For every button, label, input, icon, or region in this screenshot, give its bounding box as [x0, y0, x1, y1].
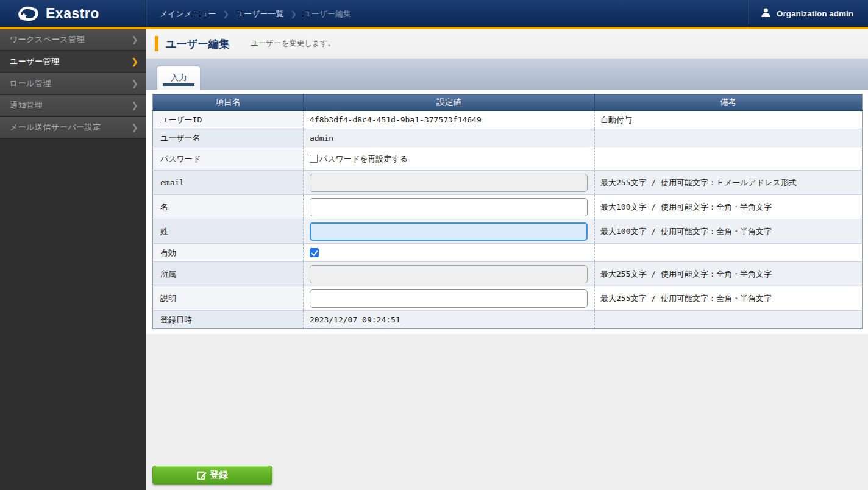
row-remark: 最大255文字 / 使用可能文字：全角・半角文字	[595, 262, 863, 286]
readonly-value: 4f8b3df4-d8c4-451d-9ba1-377573f14649	[310, 115, 482, 124]
breadcrumb-item[interactable]: ユーザー一覧	[236, 9, 284, 18]
main-content: ユーザー編集 ユーザーを変更します。 入力 項目名 設定値 備考	[146, 29, 868, 490]
tab-bar: 入力	[146, 59, 868, 90]
row-label: ユーザー名	[153, 129, 304, 147]
edit-pencil-icon	[197, 470, 207, 480]
row-remark	[595, 147, 863, 171]
sidebar-item[interactable]: ユーザー管理❯	[0, 51, 146, 73]
form-table: 項目名 設定値 備考 ユーザーID4f8b3df4-d8c4-451d-9ba1…	[152, 94, 863, 329]
table-row: パスワードパスワードを再設定する	[153, 147, 863, 171]
row-remark	[595, 311, 863, 329]
page-subtitle: ユーザーを変更します。	[251, 38, 335, 49]
sidebar-menu: ワークスペース管理❯ユーザー管理❯ロール管理❯通知管理❯メール送信サーバー設定❯	[0, 29, 146, 139]
account-menu[interactable]: Organization admin	[749, 0, 868, 27]
row-value-cell	[304, 195, 595, 219]
table-header-row: 項目名 設定値 備考	[153, 94, 863, 111]
tab-active-underline	[163, 83, 194, 86]
table-row: ユーザーID4f8b3df4-d8c4-451d-9ba1-377573f146…	[153, 111, 863, 129]
chevron-right-icon: ❯	[132, 101, 138, 110]
sidebar-item[interactable]: 通知管理❯	[0, 95, 146, 117]
chevron-right-icon: ❯	[132, 122, 138, 132]
sidebar-item-label: 通知管理	[10, 100, 43, 111]
row-value-cell	[304, 244, 595, 262]
row-value-cell: admin	[304, 129, 595, 147]
table-row: email最大255文字 / 使用可能文字：Ｅメールアドレス形式	[153, 171, 863, 195]
readonly-value: admin	[310, 133, 333, 143]
table-row: ユーザー名admin	[153, 129, 863, 147]
row-value-cell: パスワードを再設定する	[304, 147, 595, 171]
app-window: Exastro メインメニュー❯ユーザー一覧❯ユーザー編集 Organizati…	[0, 0, 868, 490]
breadcrumb-item[interactable]: メインメニュー	[160, 9, 216, 18]
text-input[interactable]	[310, 198, 588, 216]
action-bar: 登録	[146, 466, 868, 490]
user-name: Organization admin	[777, 9, 853, 18]
row-remark: 最大100文字 / 使用可能文字：全角・半角文字	[595, 195, 863, 219]
row-remark: 自動付与	[595, 111, 863, 129]
row-label: 所属	[153, 262, 304, 286]
chevron-right-icon: ❯	[132, 57, 138, 66]
row-value-cell: 4f8b3df4-d8c4-451d-9ba1-377573f14649	[304, 111, 595, 129]
sidebar-item[interactable]: ロール管理❯	[0, 73, 146, 95]
table-row: 姓最大100文字 / 使用可能文字：全角・半角文字	[153, 219, 863, 244]
breadcrumb-area: メインメニュー❯ユーザー一覧❯ユーザー編集	[146, 0, 749, 27]
table-row: 有効	[153, 244, 863, 262]
page-header: ユーザー編集 ユーザーを変更します。	[146, 29, 868, 59]
logo-text: Exastro	[46, 5, 99, 22]
tab-input[interactable]: 入力	[157, 66, 200, 90]
form-table-body: ユーザーID4f8b3df4-d8c4-451d-9ba1-377573f146…	[153, 111, 863, 329]
logo[interactable]: Exastro	[0, 0, 146, 27]
text-input	[310, 174, 588, 192]
row-label: パスワード	[153, 147, 304, 171]
sidebar-item-label: ユーザー管理	[10, 56, 60, 67]
title-accent-bar	[155, 36, 158, 51]
top-header: Exastro メインメニュー❯ユーザー一覧❯ユーザー編集 Organizati…	[0, 0, 868, 27]
chevron-right-icon: ❯	[132, 79, 138, 88]
text-input	[310, 265, 588, 283]
register-button-label: 登録	[210, 469, 228, 481]
checkbox-checked[interactable]	[310, 248, 319, 257]
row-remark: 最大100文字 / 使用可能文字：全角・半角文字	[595, 219, 863, 244]
row-label: 名	[153, 195, 304, 219]
breadcrumb-item: ユーザー編集	[304, 9, 352, 18]
text-input[interactable]	[310, 222, 588, 241]
text-input[interactable]	[310, 289, 588, 308]
row-label: ユーザーID	[153, 111, 304, 129]
page-title: ユーザー編集	[165, 37, 230, 51]
row-value-cell	[304, 171, 595, 195]
column-header-value: 設定値	[304, 94, 595, 111]
table-row: 登録日時2023/12/07 09:24:51	[153, 311, 863, 329]
column-header-item: 項目名	[153, 94, 304, 111]
column-header-remark: 備考	[595, 94, 863, 111]
sidebar-item-label: ロール管理	[10, 78, 51, 89]
row-value-cell	[304, 286, 595, 311]
breadcrumb: メインメニュー❯ユーザー一覧❯ユーザー編集	[160, 8, 351, 20]
sidebar-item[interactable]: メール送信サーバー設定❯	[0, 117, 146, 139]
sidebar-item[interactable]: ワークスペース管理❯	[0, 29, 146, 51]
row-label: 姓	[153, 219, 304, 244]
user-icon	[760, 7, 772, 21]
checkbox-unchecked[interactable]	[310, 155, 318, 163]
row-remark: 最大255文字 / 使用可能文字：Ｅメールアドレス形式	[595, 171, 863, 195]
sidebar-item-label: ワークスペース管理	[10, 34, 85, 45]
row-value-cell	[304, 262, 595, 286]
readonly-value: 2023/12/07 09:24:51	[310, 315, 400, 324]
row-remark: 最大255文字 / 使用可能文字：全角・半角文字	[595, 286, 863, 311]
table-row: 名最大100文字 / 使用可能文字：全角・半角文字	[153, 195, 863, 219]
tab-label: 入力	[171, 73, 187, 83]
sidebar-item-label: メール送信サーバー設定	[10, 122, 101, 133]
form-panel: 項目名 設定値 備考 ユーザーID4f8b3df4-d8c4-451d-9ba1…	[146, 90, 868, 334]
row-remark	[595, 129, 863, 147]
exastro-logo-icon	[16, 4, 40, 23]
row-value-cell	[304, 219, 595, 244]
breadcrumb-separator-icon: ❯	[223, 10, 229, 18]
sidebar: ワークスペース管理❯ユーザー管理❯ロール管理❯通知管理❯メール送信サーバー設定❯	[0, 29, 146, 490]
breadcrumb-separator-icon: ❯	[291, 10, 297, 18]
chevron-right-icon: ❯	[132, 35, 138, 44]
row-value-cell: 2023/12/07 09:24:51	[304, 311, 595, 329]
row-label: 登録日時	[153, 311, 304, 329]
register-button[interactable]: 登録	[152, 466, 272, 485]
row-label: 説明	[153, 286, 304, 311]
checkbox-label[interactable]: パスワードを再設定する	[319, 154, 408, 163]
row-label: email	[153, 171, 304, 195]
table-row: 説明最大255文字 / 使用可能文字：全角・半角文字	[153, 286, 863, 311]
